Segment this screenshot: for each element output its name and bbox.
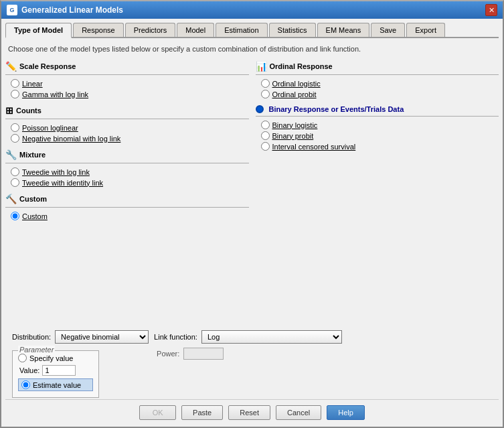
gamma-label[interactable]: Gamma with log link <box>22 90 88 98</box>
specify-value-label[interactable]: Specify value <box>29 354 73 362</box>
linear-radio-item: Linear <box>5 79 249 88</box>
tab-bar: Type of Model Response Predictors Model … <box>5 23 499 38</box>
tab-save[interactable]: Save <box>371 23 405 37</box>
ordinal-logistic-label[interactable]: Ordinal logistic <box>272 80 321 88</box>
ordinal-probit-label[interactable]: Ordinal probit <box>272 90 317 98</box>
scale-response-title: Scale Response <box>19 62 76 70</box>
value-label: Value: <box>19 366 39 374</box>
binary-probit-label[interactable]: Binary probit <box>272 132 314 140</box>
power-input[interactable] <box>183 348 224 360</box>
tab-response[interactable]: Response <box>73 23 124 37</box>
estimate-value-radio[interactable] <box>21 380 30 389</box>
custom-icon: 🔨 <box>5 194 17 204</box>
binary-response-section: Binary Response or Events/Trials Data Bi… <box>256 105 499 151</box>
mixture-header: 🔧 Mixture <box>5 149 249 160</box>
ordinal-probit-radio[interactable] <box>261 90 270 98</box>
counts-divider <box>5 119 249 119</box>
paste-button[interactable]: Paste <box>181 405 223 420</box>
scale-response-header: ✏️ Scale Response <box>5 61 249 72</box>
tweedie-identity-label[interactable]: Tweedie with identity link <box>22 179 103 187</box>
interval-survival-label[interactable]: Interval censored survival <box>272 143 356 151</box>
scale-response-section: ✏️ Scale Response Linear Gamma with log … <box>5 61 249 98</box>
help-button[interactable]: Help <box>327 405 365 420</box>
tweedie-log-radio-item: Tweedie with log link <box>5 167 249 176</box>
ordinal-response-header: 📊 Ordinal Response <box>256 61 499 72</box>
tweedie-log-radio[interactable] <box>11 167 19 176</box>
title-bar: G Generalized Linear Models ✕ <box>1 1 503 19</box>
custom-label[interactable]: Custom <box>22 212 48 220</box>
custom-header: 🔨 Custom <box>5 194 249 204</box>
window-icon: G <box>7 5 17 15</box>
mixture-section: 🔧 Mixture Tweedie with log link Tweedie … <box>5 149 249 187</box>
binary-probit-radio[interactable] <box>261 131 270 140</box>
counts-title: Counts <box>16 106 41 115</box>
ordinal-logistic-radio[interactable] <box>261 79 270 88</box>
interval-survival-radio[interactable] <box>261 142 270 151</box>
link-power-area: Link function: Log Identity Logit Probit… <box>154 330 342 360</box>
content-area: Type of Model Response Predictors Model … <box>1 19 503 427</box>
value-input[interactable]: 1 <box>42 365 76 376</box>
distribution-select[interactable]: Negative binomial Normal Gamma Inverse G… <box>55 330 149 344</box>
scale-icon: ✏️ <box>5 61 17 72</box>
poisson-label[interactable]: Poisson loglinear <box>22 124 78 132</box>
linear-label[interactable]: Linear <box>22 80 43 88</box>
counts-icon: ⊞ <box>5 105 13 116</box>
description-text: Choose one of the model types listed bel… <box>5 44 499 54</box>
distribution-row: Distribution: Negative binomial Normal G… <box>12 330 149 344</box>
ordinal-response-title: Ordinal Response <box>270 62 333 70</box>
gamma-radio[interactable] <box>11 90 19 98</box>
tab-type-of-model[interactable]: Type of Model <box>5 23 72 38</box>
cancel-button[interactable]: Cancel <box>276 405 321 420</box>
custom-section: 🔨 Custom Custom <box>5 194 249 220</box>
estimate-value-label[interactable]: Estimate value <box>33 381 81 389</box>
ordinal-logistic-radio-item: Ordinal logistic <box>256 79 499 88</box>
ordinal-icon: 📊 <box>256 61 267 72</box>
counts-section: ⊞ Counts Poisson loglinear Negative bino… <box>5 105 249 143</box>
power-row: Power: <box>154 348 342 360</box>
tab-model[interactable]: Model <box>177 23 214 37</box>
mixture-divider <box>5 163 249 163</box>
tab-export[interactable]: Export <box>406 23 445 37</box>
tweedie-identity-radio[interactable] <box>11 178 19 187</box>
poisson-radio-item: Poisson loglinear <box>5 123 249 132</box>
custom-radio-item: Custom <box>5 212 249 220</box>
power-label: Power: <box>157 350 179 358</box>
mixture-icon: 🔧 <box>5 149 17 160</box>
bottom-area: Distribution: Negative binomial Normal G… <box>5 329 499 399</box>
main-area: ✏️ Scale Response Linear Gamma with log … <box>5 61 499 324</box>
main-window: G Generalized Linear Models ✕ Type of Mo… <box>0 0 504 428</box>
specify-value-radio[interactable] <box>18 354 27 362</box>
link-function-label: Link function: <box>154 333 197 341</box>
link-function-select[interactable]: Log Identity Logit Probit Complementary … <box>201 330 342 344</box>
close-button[interactable]: ✕ <box>485 4 497 16</box>
binary-logistic-radio-item: Binary logistic <box>256 121 499 129</box>
left-column: ✏️ Scale Response Linear Gamma with log … <box>5 61 249 324</box>
binary-icon <box>256 105 264 113</box>
binary-logistic-radio[interactable] <box>261 121 270 129</box>
distribution-label: Distribution: <box>12 333 51 341</box>
poisson-radio[interactable] <box>11 123 19 132</box>
reset-button[interactable]: Reset <box>228 405 270 420</box>
tab-statistics[interactable]: Statistics <box>269 23 316 37</box>
tweedie-log-label[interactable]: Tweedie with log link <box>22 168 90 176</box>
tweedie-identity-radio-item: Tweedie with identity link <box>5 178 249 187</box>
ok-button[interactable]: OK <box>139 405 176 420</box>
neg-binomial-label[interactable]: Negative binomial with log link <box>22 135 120 143</box>
right-column: 📊 Ordinal Response Ordinal logistic Ordi… <box>256 61 499 324</box>
tab-em-means[interactable]: EM Means <box>317 23 370 37</box>
binary-logistic-label[interactable]: Binary logistic <box>272 121 318 129</box>
custom-divider <box>5 207 249 208</box>
binary-divider <box>256 116 499 117</box>
link-function-row: Link function: Log Identity Logit Probit… <box>154 330 342 344</box>
dist-link-left: Distribution: Negative binomial Normal G… <box>12 330 149 398</box>
value-row: Value: 1 <box>18 365 93 376</box>
tab-predictors[interactable]: Predictors <box>125 23 176 37</box>
binary-probit-radio-item: Binary probit <box>256 131 499 140</box>
neg-binomial-radio[interactable] <box>11 134 19 143</box>
title-bar-left: G Generalized Linear Models <box>7 5 123 15</box>
custom-radio[interactable] <box>11 212 19 220</box>
counts-header: ⊞ Counts <box>5 105 249 116</box>
tab-estimation[interactable]: Estimation <box>216 23 267 37</box>
binary-response-header: Binary Response or Events/Trials Data <box>256 105 499 113</box>
linear-radio[interactable] <box>11 79 19 88</box>
